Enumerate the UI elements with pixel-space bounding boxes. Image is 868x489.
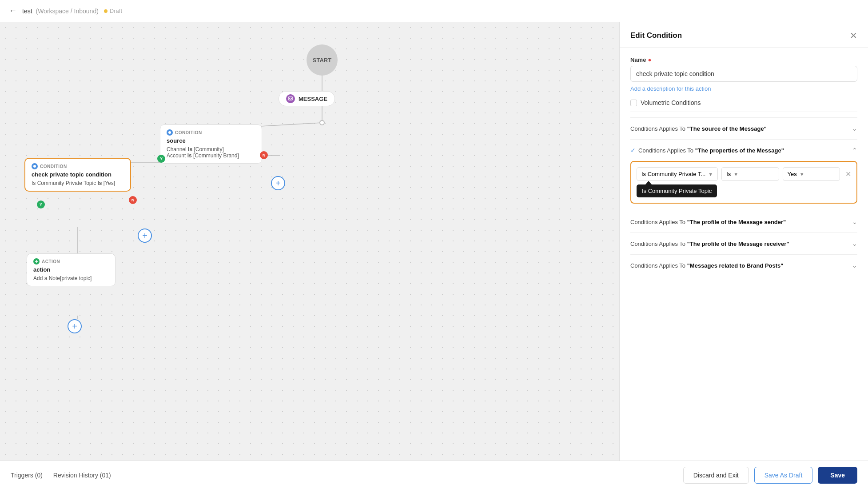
accordion-receiver-chevron: ⌄ bbox=[852, 240, 857, 247]
connector-circle bbox=[319, 120, 325, 125]
accordion-receiver: Conditions Applies To "The profile of th… bbox=[630, 232, 857, 254]
accordion-sender-text: Conditions Applies To "The profile of th… bbox=[630, 219, 786, 225]
divider-1 bbox=[630, 112, 857, 112]
save-button[interactable]: Save bbox=[818, 467, 857, 484]
message-node: MESSAGE bbox=[279, 91, 335, 106]
draft-badge: Draft bbox=[104, 8, 122, 14]
condition-private-icon bbox=[32, 163, 38, 169]
condition-private-type: CONDITION bbox=[32, 163, 124, 169]
accordion-properties-chevron: ⌃ bbox=[852, 147, 857, 154]
plus-btn-source-bottom[interactable]: + bbox=[138, 228, 152, 243]
accordion-source-text: Conditions Applies To "The source of the… bbox=[630, 125, 767, 132]
plus-btn-action[interactable]: + bbox=[68, 319, 82, 333]
top-bar: ← test (Workspace / Inbound) Draft bbox=[0, 0, 868, 22]
condition-operator-select[interactable]: Is ▼ bbox=[721, 167, 779, 181]
panel-title: Edit Condition bbox=[630, 31, 682, 40]
accordion-sender-header[interactable]: Conditions Applies To "The profile of th… bbox=[630, 211, 857, 232]
properties-expanded-section: Is Community Private T... ▼ Is ▼ Yes bbox=[630, 161, 857, 211]
panel-header: Edit Condition ✕ bbox=[620, 22, 868, 48]
accordion-properties-check: ✓ bbox=[630, 147, 636, 154]
tooltip-text: Is Community Private Topic bbox=[642, 188, 712, 194]
accordion-sender: Conditions Applies To "The profile of th… bbox=[630, 211, 857, 232]
tooltip-container: Is Community Private Topic bbox=[637, 184, 851, 197]
accordion-brandposts-chevron: ⌄ bbox=[852, 262, 857, 269]
accordion-source-chevron: ⌄ bbox=[852, 125, 857, 132]
required-star: ● bbox=[648, 56, 651, 63]
message-label: MESSAGE bbox=[299, 96, 327, 102]
canvas: START MESSAGE CONDITION source Channel I… bbox=[0, 22, 619, 461]
accordion-brandposts-header[interactable]: Conditions Applies To "Messages related … bbox=[630, 255, 857, 276]
plus-btn-n[interactable]: + bbox=[271, 176, 285, 190]
start-node: START bbox=[307, 44, 338, 76]
main-area: START MESSAGE CONDITION source Channel I… bbox=[0, 22, 868, 461]
draft-dot bbox=[104, 9, 108, 13]
volumetric-label: Volumetric Conditions bbox=[641, 99, 701, 106]
badge-y-source: Y bbox=[157, 155, 165, 163]
save-draft-button[interactable]: Save As Draft bbox=[754, 467, 813, 484]
field-select-arrow: ▼ bbox=[708, 172, 713, 177]
action-node: ACTION action Add a Note[private topic] bbox=[27, 253, 115, 286]
condition-row-box: Is Community Private T... ▼ Is ▼ Yes bbox=[630, 161, 857, 204]
condition-source-name: source bbox=[167, 137, 255, 144]
tooltip-arrow bbox=[645, 181, 652, 184]
condition-icon-blue bbox=[167, 129, 173, 136]
condition-source-type: CONDITION bbox=[167, 129, 255, 136]
accordion-sender-chevron: ⌄ bbox=[852, 218, 857, 225]
condition-private-name: check private topic condition bbox=[32, 171, 124, 178]
add-description-link[interactable]: Add a description for this action bbox=[630, 85, 711, 92]
delete-condition-button[interactable]: ✕ bbox=[845, 170, 851, 178]
badge-n-source: N bbox=[260, 151, 268, 159]
val-select-arrow: ▼ bbox=[800, 172, 804, 177]
accordion-brandposts-text: Conditions Applies To "Messages related … bbox=[630, 262, 783, 269]
action-type: ACTION bbox=[33, 258, 109, 265]
badge-y-private: Y bbox=[37, 200, 45, 208]
action-name: action bbox=[33, 266, 109, 273]
back-button[interactable]: ← bbox=[9, 6, 17, 16]
workflow-title: test (Workspace / Inbound) bbox=[22, 8, 99, 15]
volumetric-row: Volumetric Conditions bbox=[630, 99, 857, 106]
accordion-properties-header[interactable]: ✓ Conditions Applies To "The properties … bbox=[630, 140, 857, 161]
condition-row: Is Community Private T... ▼ Is ▼ Yes bbox=[637, 167, 851, 181]
message-icon bbox=[286, 94, 295, 103]
accordion-receiver-text: Conditions Applies To "The profile of th… bbox=[630, 240, 789, 247]
condition-value-select[interactable]: Yes ▼ bbox=[783, 167, 840, 181]
panel-body: Name ● Add a description for this action… bbox=[620, 48, 868, 461]
action-icon bbox=[33, 258, 40, 265]
tooltip-box: Is Community Private Topic bbox=[637, 184, 717, 197]
bottom-tabs: Triggers (0) Revision History (01) bbox=[11, 470, 111, 481]
close-panel-button[interactable]: ✕ bbox=[850, 31, 857, 40]
accordion-properties: ✓ Conditions Applies To "The properties … bbox=[630, 139, 857, 211]
accordion-brandposts: Conditions Applies To "Messages related … bbox=[630, 254, 857, 276]
condition-source-node: CONDITION source Channel Is [Community] … bbox=[160, 124, 262, 164]
accordion-receiver-header[interactable]: Conditions Applies To "The profile of th… bbox=[630, 233, 857, 254]
name-field-label: Name ● bbox=[630, 56, 857, 63]
name-input[interactable] bbox=[630, 66, 857, 82]
bottom-actions: Discard and Exit Save As Draft Save bbox=[683, 467, 857, 484]
badge-n-private: N bbox=[129, 196, 137, 204]
condition-field-select[interactable]: Is Community Private T... ▼ bbox=[637, 167, 718, 181]
tab-revision[interactable]: Revision History (01) bbox=[53, 470, 111, 481]
discard-exit-button[interactable]: Discard and Exit bbox=[683, 467, 749, 484]
condition-private-detail: Is Community Private Topic Is [Yes] bbox=[32, 180, 124, 186]
condition-source-detail2: Account Is [Community Brand] bbox=[167, 152, 255, 159]
right-panel: Edit Condition ✕ Name ● Add a descriptio… bbox=[619, 22, 868, 461]
bottom-bar: Triggers (0) Revision History (01) Disca… bbox=[0, 461, 868, 489]
volumetric-checkbox[interactable] bbox=[630, 100, 637, 106]
canvas-svg bbox=[0, 22, 619, 461]
accordion-source-header[interactable]: Conditions Applies To "The source of the… bbox=[630, 118, 857, 139]
tab-triggers[interactable]: Triggers (0) bbox=[11, 470, 43, 481]
accordion-properties-text: Conditions Applies To "The properties of… bbox=[638, 147, 784, 154]
condition-private-node: CONDITION check private topic condition … bbox=[24, 158, 131, 192]
accordion-source: Conditions Applies To "The source of the… bbox=[630, 117, 857, 139]
op-select-arrow: ▼ bbox=[733, 172, 738, 177]
condition-source-detail1: Channel Is [Community] bbox=[167, 146, 255, 152]
action-detail: Add a Note[private topic] bbox=[33, 275, 109, 281]
